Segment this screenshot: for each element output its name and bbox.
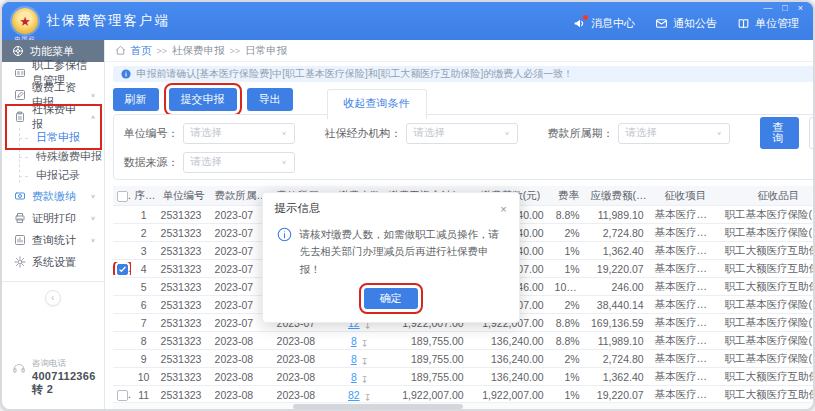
export-button[interactable]: 导出 (247, 88, 293, 111)
main-content: 首页 >> 社保费申报 >> 日常申报 ▣ × 申报前请确认[基本医疗保险费]中… (105, 40, 815, 409)
cell-base: 1,922,007.00 (471, 389, 551, 401)
edit-icon (14, 89, 26, 101)
cell-amount: 246.00 (587, 281, 651, 293)
cell-rate: 100% (551, 281, 587, 293)
cell-wage: 189,755.00 (385, 353, 471, 365)
cell-item: 基本医疗保险费 (651, 298, 721, 312)
sidebar: 功能菜单 职工参保信息管理缴费工资申报∨社保费申报∧日常申报特殊缴费申报申报记录… (2, 40, 105, 409)
toolbar: 刷新 提交申报 导出 收起查询条件 (113, 88, 815, 114)
chevron-down-icon: ∨ (90, 215, 95, 221)
titlebar-action-label: 消息中心 (591, 16, 635, 31)
cell-count: 82↧ (335, 389, 385, 401)
cell-checkbox (113, 262, 131, 275)
cell-category: 职工大额医疗互助保险(单位... (721, 244, 815, 258)
clipboard-icon (14, 111, 26, 123)
download-icon[interactable]: ↧ (364, 393, 372, 401)
row-checkbox[interactable] (117, 264, 128, 275)
sidebar-item-4[interactable]: 证明打印∨ (2, 207, 104, 229)
sidebar-subitem-2-0[interactable]: 日常申报 (2, 128, 104, 147)
sidebar-subitem-2-2[interactable]: 申报记录 (2, 166, 104, 185)
download-icon[interactable]: ↧ (361, 357, 369, 365)
cell-wage: 1,922,007.00 (385, 389, 471, 401)
download-icon[interactable]: ↧ (361, 339, 369, 347)
table-row: 925313232023-082023-088↧189,755.00136,24… (113, 350, 815, 368)
collapse-query-tab[interactable]: 收起查询条件 (327, 89, 427, 119)
cell-period_start: 2023-08 (211, 389, 273, 401)
cell-count: 8↧ (335, 371, 385, 383)
cell-item: 基本医疗保险费 (651, 370, 721, 384)
titlebar-actions: 消息中心通知公告单位管理 (573, 16, 799, 31)
reset-button[interactable]: 重置 (809, 117, 815, 149)
cell-item: 基本医疗保险费 (651, 316, 721, 330)
sidebar-item-2[interactable]: 社保费申报∧ (2, 106, 104, 128)
maximize-icon[interactable]: □ (782, 4, 787, 13)
cell-item: 基本医疗保险费 (651, 226, 721, 240)
cell-wage: 189,755.00 (385, 335, 471, 347)
agency-select[interactable]: 请选择∨ (406, 123, 518, 144)
titlebar-action-organization[interactable]: 单位管理 (737, 16, 799, 31)
close-icon[interactable]: × (798, 4, 803, 13)
period-select[interactable]: 请选择∨ (618, 123, 730, 144)
search-button[interactable]: 查 询 (760, 117, 799, 149)
collapse-sidebar-button[interactable]: ‹ (45, 290, 61, 306)
cell-amount: 1,362.40 (587, 371, 651, 383)
data-source-select[interactable]: 请选择∨ (183, 152, 295, 173)
chevron-down-icon: ∨ (90, 193, 95, 199)
payer-count-link[interactable]: 8 (351, 335, 357, 347)
table-row: 1025313232023-082023-088↧189,755.00136,2… (113, 368, 815, 386)
payer-count-link[interactable]: 82 (348, 389, 360, 401)
cell-unit: 2531323 (157, 227, 211, 239)
cell-period_end: 2023-08 (273, 389, 335, 401)
cell-category: 职工基本医疗保险(个人缴纳) (721, 226, 815, 240)
titlebar-action-megaphone[interactable]: 消息中心 (573, 16, 635, 31)
cell-base: 136,240.00 (471, 371, 551, 383)
sidebar-item-3[interactable]: 费款缴纳∨ (2, 185, 104, 207)
refresh-button[interactable]: 刷新 (113, 88, 159, 111)
cell-amount: 19,220.07 (587, 263, 651, 275)
cell-count: 8↧ (335, 353, 385, 365)
filter-label-unit-no: 单位编号： (124, 126, 179, 141)
cell-unit: 2531323 (157, 281, 211, 293)
breadcrumb-home[interactable]: 首页 (131, 44, 152, 58)
cell-unit: 2531323 (157, 353, 211, 365)
sidebar-subitem-2-1[interactable]: 特殊缴费申报 (2, 147, 104, 166)
chevron-down-icon: ∨ (504, 130, 509, 136)
download-icon[interactable]: ↧ (361, 375, 369, 383)
cell-category: 职工大额医疗互助保险(单位... (721, 262, 815, 276)
column-header: 征收品目 (721, 189, 815, 203)
support-phone: 咨询电话 4007112366 转 2 (2, 350, 104, 409)
cell-unit: 2531323 (157, 389, 211, 401)
sidebar-item-6[interactable]: 系统设置 (2, 251, 104, 273)
chevron-down-icon: ∨ (716, 130, 721, 136)
payer-count-link[interactable]: 8 (351, 353, 357, 365)
chevron-down-icon: ∨ (281, 159, 286, 165)
sidebar-item-label: 证明打印 (32, 211, 76, 226)
tax-emblem-logo: ★ 中国税务 (12, 8, 38, 34)
cell-period_end: 2023-08 (273, 335, 335, 347)
select-all-checkbox[interactable] (117, 191, 128, 202)
payer-count-link[interactable]: 8 (351, 371, 357, 383)
sidebar-item-5[interactable]: 查询统计∨ (2, 229, 104, 251)
cell-unit: 2531323 (157, 263, 211, 275)
info-icon (121, 69, 131, 79)
minimize-icon[interactable]: — (763, 4, 772, 13)
cell-category: 职工大额医疗互助保险(个人... (721, 280, 815, 294)
row-checkbox[interactable] (117, 390, 128, 401)
titlebar-action-envelope[interactable]: 通知公告 (655, 16, 717, 31)
cell-rate: 1% (551, 263, 587, 275)
phone-label: 咨询电话 (32, 358, 96, 370)
cell-unit: 2531323 (157, 317, 211, 329)
submit-declaration-button[interactable]: 提交申报 (169, 88, 237, 111)
cell-category: 职工基本医疗保险(个人缴纳) (721, 352, 815, 366)
cell-rate: 1% (551, 245, 587, 257)
column-header: 序号 (131, 189, 157, 203)
horizontal-scrollbar[interactable] (113, 402, 815, 409)
info-circle-icon (277, 227, 292, 242)
filter-panel: 单位编号： 请选择∨ 社保经办机构： 请选择∨ 费款所属 (113, 114, 815, 180)
unit-no-select[interactable]: 请选择∨ (183, 123, 295, 144)
dialog-close-icon[interactable]: × (500, 203, 506, 215)
phone-number: 4007112366 转 2 (32, 370, 96, 397)
id-card-icon (14, 67, 26, 79)
column-header (113, 189, 131, 202)
confirm-button[interactable]: 确定 (364, 288, 418, 309)
